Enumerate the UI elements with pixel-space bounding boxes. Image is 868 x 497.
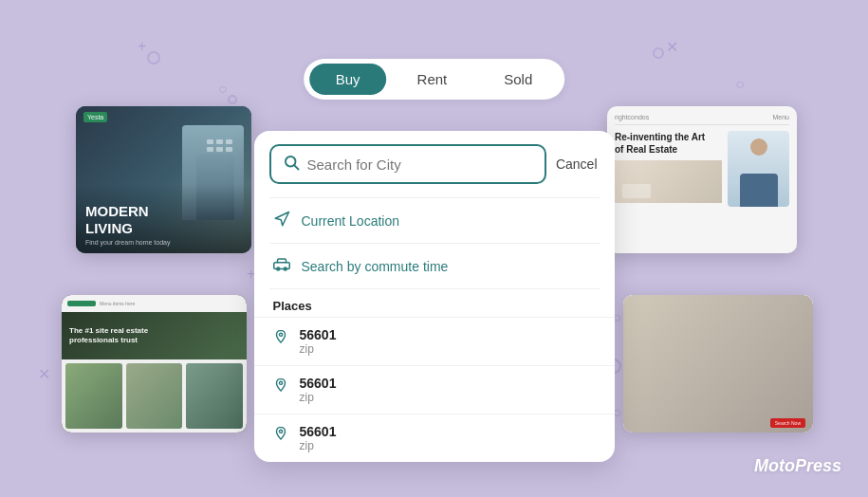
tab-buy[interactable]: Buy (309, 64, 387, 95)
place-number-1: 56601 (300, 327, 337, 342)
preview-person (728, 131, 789, 207)
location-arrow-icon (273, 211, 290, 230)
preview-modern-title: MODERNLIVING (85, 203, 242, 237)
deco-circle-1: ○ (218, 81, 228, 98)
search-card: Cancel Current Location Search by commut… (254, 131, 615, 462)
motopress-logo: MotoPress (754, 456, 841, 476)
commute-time-item[interactable]: Search by commute time (254, 244, 615, 288)
preview-reinvent-header: rightcondos Menu (615, 114, 789, 125)
svg-point-6 (279, 333, 282, 336)
commute-time-label: Search by commute time (302, 259, 449, 274)
preview-modern-living: Yesta MODERNLIVING Find your dream home … (76, 106, 251, 253)
search-row: Cancel (254, 131, 615, 197)
place-item-3[interactable]: 56601 zip (254, 414, 615, 462)
preview-trust-homes (62, 359, 247, 433)
current-location-item[interactable]: Current Location (254, 198, 615, 243)
place-type-1: zip (300, 342, 337, 356)
place-number-3: 56601 (300, 424, 337, 439)
preview-trust: Menu items here The #1 site real estatep… (62, 295, 247, 433)
preview-rightcondos: rightcondos come,find the right condo fo… (623, 295, 813, 433)
preview-trust-hero: The #1 site real estateprofessionals tru… (62, 312, 247, 359)
deco-circle-sm-3 (653, 47, 664, 59)
cancel-button[interactable]: Cancel (554, 153, 600, 175)
preview-trust-tagline: The #1 site real estateprofessionals tru… (69, 326, 148, 346)
tab-rent[interactable]: Rent (391, 64, 474, 95)
place-text-3: 56601 zip (300, 424, 337, 452)
preview-reinvent-title: Re-inventing the Artof Real Estate (615, 131, 722, 156)
place-pin-icon-1 (273, 329, 288, 350)
place-pin-icon-3 (273, 426, 288, 447)
deco-circle-sm-2 (228, 95, 237, 104)
places-section-label: Places (254, 289, 615, 317)
preview-modern-subtitle: Find your dream home today (85, 239, 242, 246)
deco-cross-2: ✕ (666, 38, 678, 56)
place-number-2: 56601 (300, 376, 337, 391)
place-item-1[interactable]: 56601 zip (254, 317, 615, 365)
place-item-2[interactable]: 56601 zip (254, 365, 615, 414)
deco-cross-1: + (138, 38, 146, 55)
deco-cross-3: ✕ (38, 365, 50, 383)
preview-reinventing: rightcondos Menu Re-inventing the Artof … (607, 106, 797, 253)
preview-trust-header: Menu items here (62, 295, 247, 312)
car-icon (273, 256, 290, 276)
svg-rect-3 (273, 263, 289, 269)
search-icon (283, 154, 300, 175)
deco-circle-sm-1 (147, 51, 160, 64)
svg-point-7 (279, 381, 282, 384)
current-location-label: Current Location (302, 213, 400, 229)
place-type-3: zip (300, 439, 337, 452)
place-text-1: 56601 zip (300, 327, 337, 356)
svg-point-8 (279, 430, 282, 433)
place-pin-icon-2 (273, 377, 288, 398)
svg-line-1 (294, 165, 298, 169)
preview-rc-body: come,find the right condo for you Search… (623, 314, 813, 406)
preview-rc-img: Search Now (631, 348, 805, 400)
tab-sold[interactable]: Sold (477, 64, 559, 95)
tab-bar: Buy Rent Sold (304, 59, 565, 100)
place-text-2: 56601 zip (300, 376, 337, 404)
svg-marker-2 (275, 212, 288, 226)
search-input-wrapper[interactable] (269, 144, 546, 184)
search-input[interactable] (307, 156, 533, 173)
preview-kitchen-img (615, 160, 722, 203)
deco-circle-2: ○ (735, 76, 745, 93)
preview-logo: Yesta (83, 112, 107, 122)
place-type-2: zip (300, 391, 337, 404)
